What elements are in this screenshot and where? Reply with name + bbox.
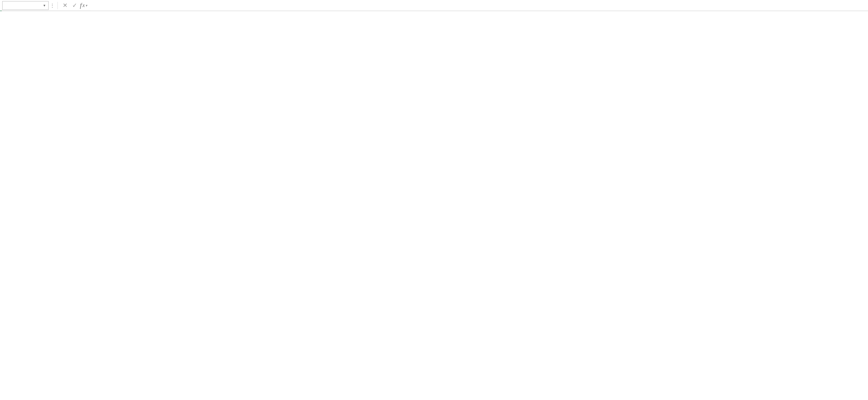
cancel-icon[interactable]: ✕ [61, 1, 69, 10]
fx-icon[interactable]: fx▾ [80, 2, 87, 9]
name-box[interactable]: ▾ [2, 1, 49, 10]
enter-icon[interactable]: ✓ [70, 1, 78, 10]
chevron-down-icon: ▾ [85, 4, 87, 7]
chevron-down-icon[interactable]: ▾ [43, 3, 45, 7]
formula-bar: ▾ ⋮ ✕ ✓ fx▾ [0, 0, 868, 11]
vertical-dots-icon: ⋮ [50, 3, 55, 8]
formula-input[interactable] [89, 1, 866, 10]
separator [57, 2, 58, 9]
